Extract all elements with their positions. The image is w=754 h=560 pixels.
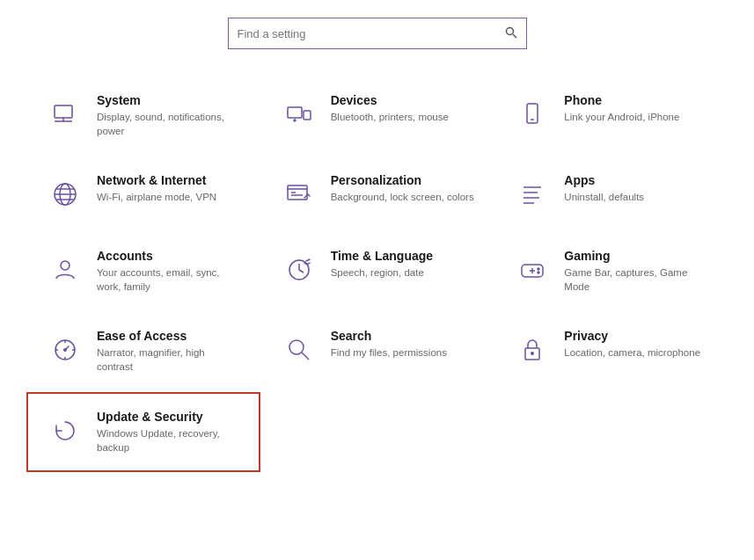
search-icon (280, 331, 318, 369)
settings-grid: System Display, sound, notifications, po… (26, 76, 728, 472)
item-text-search: Search Find my files, permissions (331, 329, 447, 360)
item-desc-apps: Uninstall, defaults (564, 190, 644, 204)
item-title-privacy: Privacy (564, 329, 700, 343)
svg-point-34 (289, 340, 304, 354)
settings-item-update[interactable]: Update & Security Windows Update, recove… (26, 392, 260, 472)
item-desc-time: Speech, region, date (331, 265, 433, 280)
svg-point-7 (294, 120, 296, 121)
settings-page: System Display, sound, notifications, po… (0, 0, 754, 560)
apps-icon (513, 175, 552, 214)
settings-item-devices[interactable]: Devices Bluetooth, printers, mouse (260, 76, 494, 156)
svg-point-26 (538, 268, 539, 270)
settings-item-privacy[interactable]: Privacy Location, camera, microphone (494, 311, 728, 391)
settings-item-time[interactable]: Time & Language Speech, region, date (260, 231, 494, 311)
item-desc-devices: Bluetooth, printers, mouse (331, 110, 449, 124)
search-icon (505, 26, 517, 41)
svg-rect-6 (304, 111, 311, 120)
item-title-phone: Phone (564, 93, 679, 107)
svg-point-27 (538, 272, 539, 273)
item-desc-update: Windows Update, recovery, backup (97, 426, 241, 455)
settings-item-network[interactable]: Network & Internet Wi-Fi, airplane mode,… (26, 156, 260, 231)
devices-icon (280, 95, 318, 134)
personalization-icon (280, 175, 318, 214)
item-title-search: Search (331, 329, 447, 343)
item-desc-phone: Link your Android, iPhone (564, 110, 679, 124)
search-bar-container (26, 18, 728, 49)
item-text-personalization: Personalization Background, lock screen,… (331, 173, 474, 204)
item-desc-network: Wi-Fi, airplane mode, VPN (97, 190, 216, 204)
network-icon (46, 175, 84, 214)
item-title-ease: Ease of Access (97, 329, 241, 343)
svg-point-0 (506, 27, 513, 34)
settings-item-system[interactable]: System Display, sound, notifications, po… (26, 76, 260, 156)
item-desc-ease: Narrator, magnifier, high contrast (97, 345, 241, 374)
settings-item-gaming[interactable]: Gaming Game Bar, captures, Game Mode (494, 231, 728, 311)
item-text-privacy: Privacy Location, camera, microphone (564, 329, 700, 360)
item-desc-privacy: Location, camera, microphone (564, 345, 700, 360)
item-title-network: Network & Internet (97, 173, 216, 187)
item-text-devices: Devices Bluetooth, printers, mouse (331, 93, 449, 124)
item-desc-accounts: Your accounts, email, sync, work, family (97, 265, 241, 294)
item-title-update: Update & Security (97, 410, 241, 424)
search-bar[interactable] (228, 18, 527, 49)
item-title-time: Time & Language (331, 249, 433, 263)
item-text-time: Time & Language Speech, region, date (331, 249, 433, 280)
item-text-update: Update & Security Windows Update, recove… (97, 410, 241, 455)
item-text-ease: Ease of Access Narrator, magnifier, high… (97, 329, 241, 374)
privacy-icon (513, 331, 552, 369)
item-desc-personalization: Background, lock screen, colors (331, 190, 474, 204)
item-title-personalization: Personalization (331, 173, 474, 187)
system-icon (46, 95, 84, 134)
svg-point-37 (531, 352, 534, 355)
item-text-system: System Display, sound, notifications, po… (97, 93, 241, 138)
item-desc-gaming: Game Bar, captures, Game Mode (564, 265, 708, 294)
item-title-apps: Apps (564, 173, 644, 187)
time-icon (280, 251, 318, 289)
item-text-apps: Apps Uninstall, defaults (564, 173, 644, 204)
item-title-accounts: Accounts (97, 249, 241, 263)
settings-item-accounts[interactable]: Accounts Your accounts, email, sync, wor… (26, 231, 260, 311)
item-text-accounts: Accounts Your accounts, email, sync, wor… (97, 249, 241, 294)
settings-item-search[interactable]: Search Find my files, permissions (260, 311, 494, 391)
update-icon (46, 411, 84, 450)
item-title-gaming: Gaming (564, 249, 708, 263)
svg-point-33 (63, 348, 67, 352)
item-title-devices: Devices (331, 93, 449, 107)
settings-item-personalization[interactable]: Personalization Background, lock screen,… (260, 156, 494, 231)
search-input[interactable] (238, 27, 505, 40)
settings-item-ease[interactable]: Ease of Access Narrator, magnifier, high… (26, 311, 260, 391)
item-text-network: Network & Internet Wi-Fi, airplane mode,… (97, 173, 216, 204)
accounts-icon (46, 251, 84, 289)
item-desc-system: Display, sound, notifications, power (97, 110, 241, 138)
settings-item-phone[interactable]: Phone Link your Android, iPhone (494, 76, 728, 156)
item-text-gaming: Gaming Game Bar, captures, Game Mode (564, 249, 708, 294)
svg-rect-5 (288, 107, 302, 118)
svg-line-35 (302, 353, 309, 360)
settings-item-apps[interactable]: Apps Uninstall, defaults (494, 156, 728, 231)
phone-icon (513, 95, 552, 134)
gaming-icon (513, 251, 552, 289)
svg-point-21 (61, 261, 70, 270)
svg-rect-2 (55, 105, 72, 118)
ease-icon (46, 331, 84, 369)
item-desc-search: Find my files, permissions (331, 345, 447, 360)
item-text-phone: Phone Link your Android, iPhone (564, 93, 679, 124)
item-title-system: System (97, 93, 241, 107)
svg-line-1 (513, 34, 516, 38)
